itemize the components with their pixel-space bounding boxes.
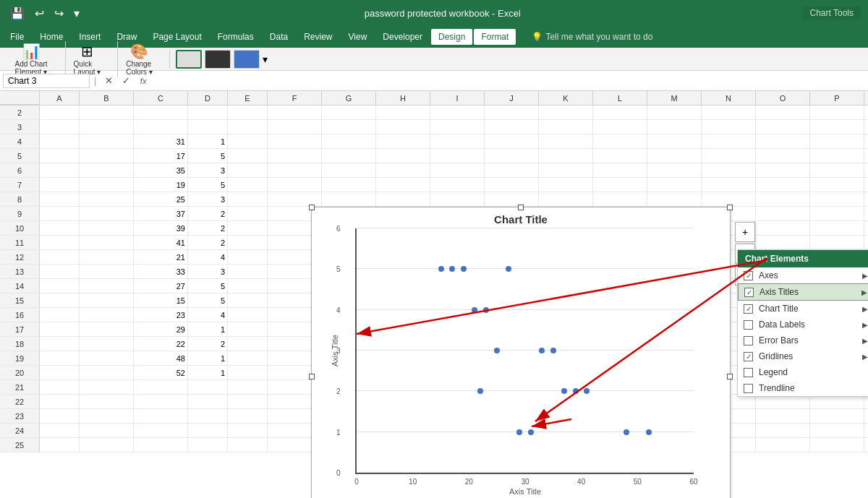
cell-11-b[interactable]	[80, 236, 134, 249]
cell-6-h[interactable]	[376, 163, 430, 177]
cell-4-f[interactable]	[268, 134, 322, 148]
cell-13-b[interactable]	[80, 265, 134, 278]
col-header-m[interactable]: M	[647, 91, 702, 105]
add-element-btn[interactable]: +	[735, 222, 755, 242]
cell-8-l[interactable]	[593, 192, 647, 206]
cell-8-i[interactable]	[430, 192, 485, 206]
col-header-h[interactable]: H	[376, 91, 430, 105]
cell-2-d[interactable]	[188, 106, 228, 119]
cell-13-e[interactable]	[228, 265, 268, 278]
cell-25-a[interactable]	[40, 438, 80, 452]
cell-25-c[interactable]	[134, 438, 188, 452]
cell-5-l[interactable]	[593, 149, 647, 163]
cell-4-d[interactable]: 1	[188, 134, 228, 148]
panel-item-chart-title[interactable]: Chart Title▶	[738, 301, 868, 317]
cell-7-o[interactable]	[756, 178, 810, 192]
cell-22-d[interactable]	[188, 395, 228, 408]
cell-16-e[interactable]	[228, 308, 268, 322]
cell-3-d[interactable]	[188, 120, 228, 134]
cell-2-c[interactable]	[134, 106, 188, 119]
cell-17-c[interactable]: 29	[134, 322, 188, 336]
cell-5-h[interactable]	[376, 149, 430, 163]
cell-8-j[interactable]	[485, 192, 539, 206]
cell-18-a[interactable]	[40, 337, 80, 351]
cell-25-e[interactable]	[228, 438, 268, 452]
cell-2-g[interactable]	[322, 106, 376, 119]
cell-23-o[interactable]	[756, 409, 810, 423]
cell-8-d[interactable]: 3	[188, 192, 228, 206]
cell-7-n[interactable]	[702, 178, 756, 192]
cell-23-a[interactable]	[40, 409, 80, 423]
col-header-i[interactable]: I	[430, 91, 485, 105]
cell-3-n[interactable]	[702, 120, 756, 134]
cell-6-b[interactable]	[80, 163, 134, 177]
cell-12-a[interactable]	[40, 250, 80, 264]
cell-3-h[interactable]	[376, 120, 430, 134]
cell-3-j[interactable]	[485, 120, 539, 134]
cell-22-a[interactable]	[40, 395, 80, 408]
col-header-f[interactable]: F	[268, 91, 322, 105]
cell-6-l[interactable]	[593, 163, 647, 177]
handle-mr[interactable]	[727, 374, 733, 379]
cell-7-h[interactable]	[376, 178, 430, 192]
cell-3-f[interactable]	[268, 120, 322, 134]
cell-21-d[interactable]	[188, 380, 228, 394]
cell-14-b[interactable]	[80, 279, 134, 293]
cell-19-e[interactable]	[228, 351, 268, 365]
cell-5-m[interactable]	[647, 149, 702, 163]
cell-17-b[interactable]	[80, 322, 134, 336]
cell-16-d[interactable]: 4	[188, 308, 228, 322]
cell-16-c[interactable]: 23	[134, 308, 188, 322]
cell-19-d[interactable]: 1	[188, 351, 228, 365]
cell-5-o[interactable]	[756, 149, 810, 163]
cell-2-a[interactable]	[40, 106, 80, 119]
cell-15-c[interactable]: 15	[134, 293, 188, 307]
cell-2-h[interactable]	[376, 106, 430, 119]
cell-19-c[interactable]: 48	[134, 351, 188, 365]
cell-2-f[interactable]	[268, 106, 322, 119]
cell-4-g[interactable]	[322, 134, 376, 148]
cell-6-e[interactable]	[228, 163, 268, 177]
col-header-o[interactable]: O	[756, 91, 810, 105]
cell-24-e[interactable]	[228, 424, 268, 437]
undo-icon[interactable]: ↩	[32, 5, 47, 22]
cell-4-o[interactable]	[756, 134, 810, 148]
cell-6-c[interactable]: 35	[134, 163, 188, 177]
panel-item-error-bars[interactable]: Error Bars▶	[738, 332, 868, 348]
cell-9-b[interactable]	[80, 207, 134, 220]
add-chart-element-btn[interactable]: 📊 Add ChartElement ▾	[6, 41, 56, 77]
cell-16-a[interactable]	[40, 308, 80, 322]
cell-3-e[interactable]	[228, 120, 268, 134]
cell-4-k[interactable]	[539, 134, 593, 148]
cell-17-e[interactable]	[228, 322, 268, 336]
cell-15-e[interactable]	[228, 293, 268, 307]
cell-12-e[interactable]	[228, 250, 268, 264]
cell-3-g[interactable]	[322, 120, 376, 134]
x-axis-label[interactable]: Axis Title	[509, 487, 541, 496]
cancel-formula-btn[interactable]: ✕	[101, 73, 116, 89]
menu-formulas[interactable]: Formulas	[210, 29, 261, 45]
cell-23-c[interactable]	[134, 409, 188, 423]
cell-6-g[interactable]	[322, 163, 376, 177]
tell-me-text[interactable]: Tell me what you want to do	[545, 32, 652, 42]
cell-8-m[interactable]	[647, 192, 702, 206]
cell-7-e[interactable]	[228, 178, 268, 192]
cell-19-a[interactable]	[40, 351, 80, 365]
handle-tr[interactable]	[727, 205, 733, 210]
cell-10-b[interactable]	[80, 221, 134, 235]
menu-design[interactable]: Design	[431, 29, 472, 45]
cell-23-d[interactable]	[188, 409, 228, 423]
cell-12-c[interactable]: 21	[134, 250, 188, 264]
cell-15-d[interactable]: 5	[188, 293, 228, 307]
cell-7-a[interactable]	[40, 178, 80, 192]
cell-17-d[interactable]: 1	[188, 322, 228, 336]
cell-5-p[interactable]	[810, 149, 864, 163]
panel-checkbox[interactable]	[744, 336, 753, 345]
cell-7-i[interactable]	[430, 178, 485, 192]
cell-10-p[interactable]	[810, 221, 864, 235]
cell-12-b[interactable]	[80, 250, 134, 264]
cell-5-e[interactable]	[228, 149, 268, 163]
handle-ml[interactable]	[309, 374, 315, 379]
cell-24-a[interactable]	[40, 424, 80, 437]
cell-8-a[interactable]	[40, 192, 80, 206]
